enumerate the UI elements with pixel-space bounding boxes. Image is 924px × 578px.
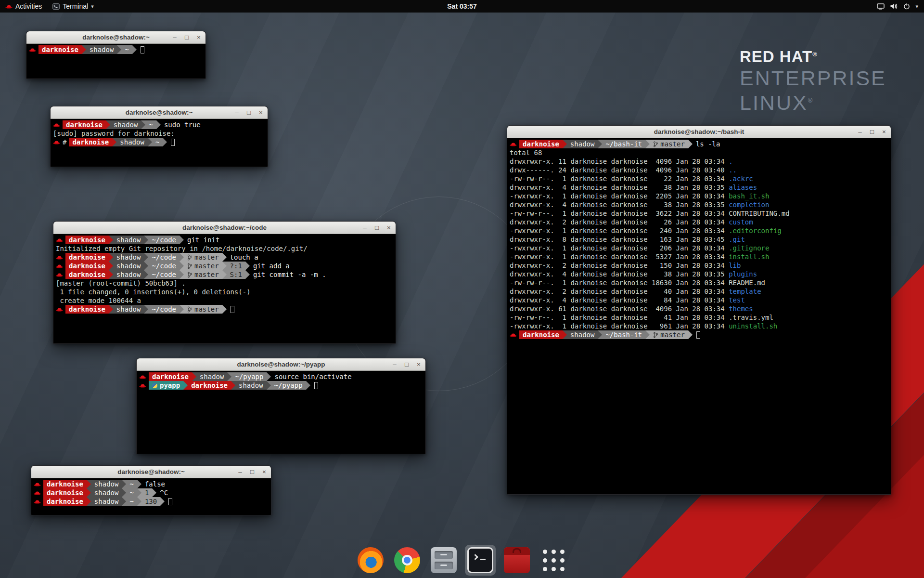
- powerline-separator: [245, 270, 250, 279]
- file-name: themes: [729, 304, 753, 313]
- ls-output-line: drwx------. 24 darknoise darknoise 4096 …: [510, 166, 888, 174]
- path-segment: ~/pyapp: [231, 372, 267, 381]
- display-icon[interactable]: [877, 3, 885, 10]
- powerline-separator: [267, 381, 271, 390]
- ls-output-line: -rw-rw-r--. 1 darknoise darknoise 22 Jan…: [510, 174, 888, 183]
- window-titlebar[interactable]: darknoise@shadow:~/bash-it–□×: [507, 126, 891, 138]
- user-segment: darknoise: [149, 372, 192, 381]
- powerline-separator: [163, 138, 167, 146]
- window-layer: darknoise@shadow:~–□×darknoiseshadow~dar…: [0, 0, 924, 578]
- file-meta: -rwxrwxr-x. 1 darknoise darknoise 2205 J…: [510, 192, 729, 200]
- output-text: Initialized empty Git repository in /hom…: [56, 244, 308, 253]
- terminal-launcher[interactable]: [465, 545, 496, 576]
- power-icon[interactable]: [903, 3, 910, 10]
- powerline-separator: [598, 330, 602, 339]
- file-meta: drwxrwxr-x. 11 darknoise darknoise 4096 …: [510, 157, 729, 166]
- terminal-output-line: [sudo] password for darknoise:: [53, 129, 265, 138]
- path-segment: ~: [126, 480, 137, 488]
- terminal-window: darknoise@shadow:~/pyapp–□×darknoiseshad…: [136, 358, 426, 454]
- user-segment: darknoise: [38, 45, 82, 54]
- window-controls: –□×: [171, 31, 202, 43]
- prompt-underscore: [480, 559, 486, 560]
- redhat-icon: [34, 482, 41, 486]
- minimize-button[interactable]: –: [361, 224, 368, 231]
- terminal-icon: [52, 3, 60, 10]
- path-segment: ~/code: [148, 305, 180, 314]
- window-titlebar[interactable]: darknoise@shadow:~/pyapp–□×: [137, 358, 425, 371]
- file-name: .editorconfig: [729, 226, 782, 235]
- clock[interactable]: Sat 03:57: [447, 2, 476, 10]
- maximize-button[interactable]: □: [249, 469, 256, 475]
- file-name: .gitignore: [729, 244, 769, 252]
- maximize-button[interactable]: □: [373, 224, 380, 231]
- minimize-button[interactable]: –: [237, 469, 244, 475]
- chevron-down-icon[interactable]: ▾: [915, 3, 918, 10]
- output-text: [sudo] password for darknoise:: [53, 129, 179, 138]
- close-button[interactable]: ×: [385, 224, 392, 231]
- maximize-button[interactable]: □: [869, 129, 875, 135]
- powerline-separator: [137, 488, 141, 497]
- maximize-button[interactable]: □: [403, 361, 410, 368]
- path-segment: ~/bash-it: [602, 140, 645, 148]
- window-titlebar[interactable]: darknoise@shadow:~–□×: [26, 31, 205, 44]
- file-name: .: [729, 157, 732, 166]
- close-button[interactable]: ×: [881, 129, 887, 135]
- window-controls: –□×: [361, 222, 392, 234]
- window-titlebar[interactable]: darknoise@shadow:~–□×: [31, 466, 271, 478]
- user-segment: darknoise: [65, 253, 109, 262]
- grid-launcher[interactable]: [538, 545, 569, 576]
- terminal-content[interactable]: darknoiseshadow~: [26, 44, 205, 55]
- chrome-hub: [402, 555, 412, 565]
- file-meta: -rw-rw-r--. 1 darknoise darknoise 22 Jan…: [510, 174, 729, 183]
- terminal-content[interactable]: darknoiseshadow~/codegit initInitialized…: [53, 234, 396, 315]
- output-text: create mode 100644 a: [56, 296, 141, 305]
- minimize-button[interactable]: –: [857, 129, 863, 135]
- path-segment: ~: [126, 497, 137, 506]
- app-menu-terminal[interactable]: Terminal ▾: [47, 0, 99, 13]
- maximize-button[interactable]: □: [183, 34, 190, 41]
- powerline-separator: [82, 45, 86, 54]
- terminal-content[interactable]: darknoiseshadow~falsedarknoiseshadow~1^C…: [31, 478, 271, 507]
- drawer: [435, 551, 453, 559]
- terminal-cursor: [171, 139, 175, 146]
- close-button[interactable]: ×: [415, 361, 422, 368]
- chrome-launcher[interactable]: [392, 545, 423, 576]
- ls-output-line: drwxrwxr-x. 4 darknoise darknoise 38 Jan…: [510, 183, 888, 192]
- powerline-separator: [180, 262, 184, 270]
- minimize-button[interactable]: –: [233, 109, 240, 116]
- powerline-separator: [306, 381, 310, 390]
- prompt-line: darknoiseshadow~/codemasterS:1git commit…: [56, 270, 393, 279]
- files-launcher[interactable]: [428, 545, 459, 576]
- close-button[interactable]: ×: [261, 469, 268, 475]
- terminal-content[interactable]: darknoiseshadow~/bash-itmasterls -latota…: [507, 138, 891, 341]
- powerline-separator: [87, 497, 91, 506]
- window-titlebar[interactable]: darknoise@shadow:~–□×: [51, 106, 268, 119]
- powerline-separator: [144, 262, 148, 270]
- ls-output-line: drwxrwxr-x. 2 darknoise darknoise 40 Jan…: [510, 287, 888, 296]
- prompt-line: darknoiseshadow~/codegit init: [56, 236, 393, 244]
- activities-button[interactable]: Activities: [0, 0, 47, 13]
- minimize-button[interactable]: –: [171, 34, 178, 41]
- toolbox-launcher[interactable]: [501, 545, 532, 576]
- powerline-separator: [180, 236, 184, 244]
- window-title: darknoise@shadow:~: [126, 109, 193, 116]
- close-button[interactable]: ×: [195, 34, 202, 41]
- git-branch-icon: [187, 306, 192, 313]
- terminal-content[interactable]: darknoiseshadow~sudo true[sudo] password…: [51, 119, 268, 148]
- window-title: darknoise@shadow:~: [117, 468, 185, 475]
- terminal-cursor: [168, 498, 172, 505]
- host-segment: shadow: [116, 138, 148, 146]
- terminal-content[interactable]: darknoiseshadow~/pyappsource bin/activat…: [137, 371, 425, 391]
- host-segment: shadow: [567, 140, 598, 148]
- firefox-launcher[interactable]: [355, 545, 386, 576]
- volume-icon[interactable]: [890, 3, 898, 10]
- close-button[interactable]: ×: [257, 109, 264, 116]
- path-segment: ~/pyapp: [271, 381, 306, 390]
- ls-output-line: -rwxrwxr-x. 1 darknoise darknoise 5327 J…: [510, 252, 888, 261]
- powerline-separator: [160, 497, 165, 506]
- maximize-button[interactable]: □: [245, 109, 252, 116]
- minimize-button[interactable]: –: [391, 361, 398, 368]
- file-meta: drwxrwxr-x. 2 darknoise darknoise 150 Ja…: [510, 261, 729, 270]
- window-titlebar[interactable]: darknoise@shadow:~/code–□×: [53, 222, 396, 234]
- system-status-area[interactable]: ▾: [877, 0, 924, 13]
